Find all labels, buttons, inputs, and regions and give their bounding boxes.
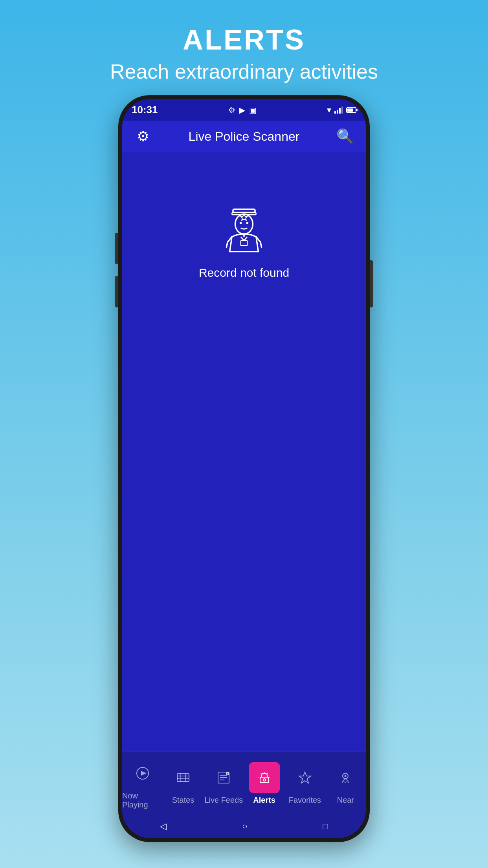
svg-line-11 xyxy=(261,242,262,248)
bottom-nav: Now Playing States xyxy=(122,752,366,815)
back-button[interactable]: ◁ xyxy=(160,821,167,831)
now-playing-icon xyxy=(136,766,150,780)
svg-line-10 xyxy=(226,242,227,248)
volume-up-button xyxy=(115,233,118,264)
alerts-icon xyxy=(256,769,273,786)
states-icon-wrapper xyxy=(167,762,199,793)
svg-marker-28 xyxy=(299,772,311,783)
svg-point-3 xyxy=(235,214,253,234)
live-feeds-icon xyxy=(216,771,231,785)
search-button[interactable]: 🔍 xyxy=(335,128,355,145)
favorites-icon xyxy=(298,771,312,785)
page-title: ALERTS xyxy=(110,24,378,56)
page-subtitle: Reach extraordinary activities xyxy=(110,60,378,83)
status-time: 10:31 xyxy=(132,104,158,116)
alerts-label: Alerts xyxy=(253,796,275,805)
settings-button[interactable]: ⚙ xyxy=(133,128,153,145)
volume-down-button xyxy=(115,276,118,307)
svg-point-20 xyxy=(227,773,228,774)
svg-marker-13 xyxy=(141,771,147,776)
svg-point-30 xyxy=(345,775,347,777)
wifi-icon: ▾ xyxy=(327,105,331,115)
signal-icon xyxy=(334,107,343,114)
live-feeds-label: Live Feeds xyxy=(204,796,243,805)
app-title: Live Police Scanner xyxy=(153,129,335,144)
play-status-icon: ▶ xyxy=(239,105,245,115)
phone-device: 10:31 ⚙ ▶ ▣ ▾ ⚙ Live Police Scanner 🔍 xyxy=(118,95,370,842)
settings-status-icon: ⚙ xyxy=(228,105,235,115)
system-nav: ◁ ○ □ xyxy=(122,815,366,838)
app-bar: ⚙ Live Police Scanner 🔍 xyxy=(122,121,366,152)
status-bar: 10:31 ⚙ ▶ ▣ ▾ xyxy=(122,99,366,121)
battery-icon xyxy=(346,107,356,113)
nav-item-live-feeds[interactable]: Live Feeds xyxy=(204,762,244,805)
svg-rect-14 xyxy=(177,774,189,782)
svg-line-25 xyxy=(261,773,261,774)
favorites-label: Favorites xyxy=(289,796,321,805)
svg-line-24 xyxy=(268,773,268,774)
svg-point-4 xyxy=(240,222,242,224)
nav-item-now-playing[interactable]: Now Playing xyxy=(122,758,163,809)
favorites-icon-wrapper xyxy=(289,762,321,793)
alerts-icon-wrapper xyxy=(249,762,280,793)
main-content: Record not found xyxy=(122,152,366,752)
storage-status-icon: ▣ xyxy=(249,105,257,115)
nav-item-states[interactable]: States xyxy=(163,762,203,805)
power-button xyxy=(370,260,373,307)
status-right-icons: ▾ xyxy=(327,105,356,115)
near-label: Near xyxy=(337,796,354,805)
nav-item-alerts[interactable]: Alerts xyxy=(244,762,284,805)
states-label: States xyxy=(172,796,194,805)
page-header: ALERTS Reach extraordinary activities xyxy=(110,0,378,83)
nav-item-near[interactable]: Near xyxy=(325,762,366,805)
near-icon xyxy=(338,771,352,785)
svg-rect-21 xyxy=(260,777,269,783)
home-button[interactable]: ○ xyxy=(242,821,247,831)
empty-state-text: Record not found xyxy=(199,266,289,280)
officer-icon xyxy=(216,199,272,254)
states-icon xyxy=(176,771,190,785)
recent-button[interactable]: □ xyxy=(323,821,328,831)
svg-point-5 xyxy=(246,222,249,224)
nav-item-favorites[interactable]: Favorites xyxy=(284,762,325,805)
status-icons: ⚙ ▶ ▣ xyxy=(228,105,257,115)
now-playing-icon-wrapper xyxy=(127,758,158,789)
phone-screen: 10:31 ⚙ ▶ ▣ ▾ ⚙ Live Police Scanner 🔍 xyxy=(122,99,366,838)
near-icon-wrapper xyxy=(330,762,361,793)
now-playing-label: Now Playing xyxy=(122,791,163,809)
live-feeds-icon-wrapper xyxy=(208,762,239,793)
svg-point-22 xyxy=(263,779,266,781)
